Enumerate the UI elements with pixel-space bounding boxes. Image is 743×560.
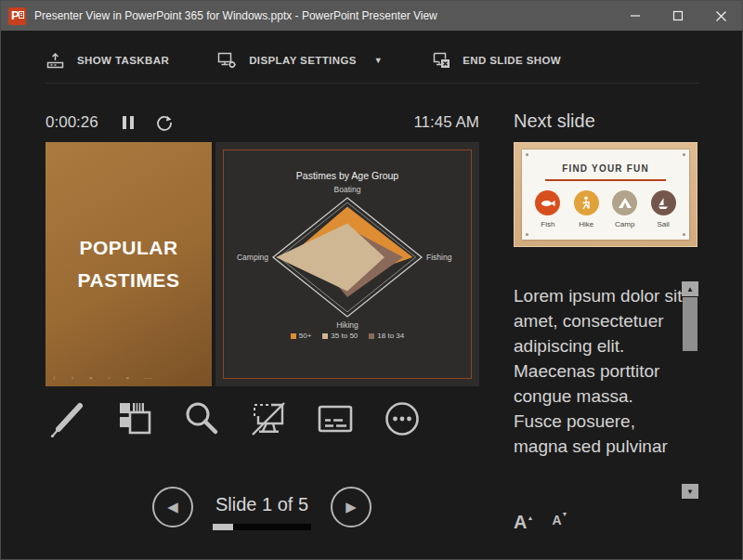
slide-title-line1: POPULAR	[78, 232, 180, 264]
current-time: 11:45 AM	[413, 113, 479, 132]
next-slide-button[interactable]: ▶	[331, 487, 372, 527]
more-options-icon	[382, 398, 423, 439]
pause-timer-button[interactable]	[123, 116, 134, 129]
scroll-down-button[interactable]: ▼	[682, 484, 698, 499]
notes-font-controls: A▲ A▼	[514, 512, 567, 533]
next-slide-heading: Next slide	[514, 111, 595, 132]
previous-slide-button[interactable]: ◀	[152, 487, 193, 527]
more-options-button[interactable]	[380, 395, 424, 443]
slide-title: POPULAR PASTIMES	[78, 232, 180, 295]
svg-text:Camping: Camping	[237, 253, 268, 262]
radar-chart: BoatingFishingHikingCamping	[215, 185, 479, 330]
close-icon	[715, 10, 727, 22]
show-taskbar-icon	[46, 51, 65, 70]
scrollbar-thumb[interactable]	[683, 297, 697, 351]
restart-icon	[156, 114, 173, 131]
chevron-down-icon: ▼	[374, 56, 383, 65]
tent-icon	[618, 197, 632, 209]
hiker-icon	[580, 196, 592, 210]
sail-circle	[651, 190, 676, 215]
current-slide-preview[interactable]: POPULAR PASTIMES ‹ › ▪ ◦ ▪ ⋯ Pastimes by…	[46, 142, 479, 386]
fun-item-label: Sail	[657, 220, 669, 228]
close-button[interactable]	[699, 1, 742, 31]
svg-text:Hiking: Hiking	[336, 320, 358, 330]
legend-item: 50+	[291, 332, 312, 340]
svg-text:Fishing: Fishing	[426, 253, 452, 262]
legend-swatch	[369, 333, 374, 339]
see-all-slides-button[interactable]	[112, 395, 157, 443]
previous-icon: ◀	[167, 499, 178, 515]
fun-item-label: Hike	[579, 220, 593, 228]
end-slide-show-icon	[431, 51, 450, 70]
restart-timer-button[interactable]	[156, 114, 173, 131]
progress-fill	[213, 524, 233, 530]
next-slide-card: FIND YOUR FUN Fish	[522, 150, 689, 240]
powerpoint-icon-slide-glyph	[19, 11, 24, 19]
window-controls	[614, 1, 742, 31]
zoom-icon	[181, 398, 222, 439]
slideshow-progress-bar	[213, 524, 311, 530]
elapsed-time: 0:00:26	[46, 113, 98, 132]
maximize-button[interactable]	[657, 1, 699, 31]
scroll-up-button[interactable]: ▲	[682, 281, 698, 296]
zoom-tool-button[interactable]	[179, 395, 224, 443]
black-screen-icon	[248, 398, 289, 439]
display-settings-icon	[217, 51, 237, 70]
legend-label: 50+	[299, 332, 312, 340]
toolbar-divider	[46, 83, 699, 84]
fun-item-label: Camp	[615, 220, 634, 228]
end-slide-show-button[interactable]: END SLIDE SHOW	[431, 51, 561, 70]
triangle-down-icon: ▼	[562, 511, 568, 517]
slide-chart-panel: Pastimes by Age Group BoatingFishingHiki…	[212, 142, 479, 386]
subtitles-icon	[315, 398, 356, 439]
pin-icon	[526, 233, 528, 236]
next-slide-items: Fish Hike	[522, 190, 689, 228]
decrease-text-size-button[interactable]: A▼	[552, 512, 567, 533]
legend-label: 35 to 50	[331, 332, 358, 340]
decrease-text-label: A	[552, 513, 561, 527]
fish-circle	[535, 190, 560, 215]
slide-title-line2: PASTIMES	[78, 265, 180, 296]
hike-circle	[574, 190, 599, 215]
notes-scrollbar[interactable]: ▲ ▼	[682, 281, 698, 502]
show-taskbar-label: SHOW TASKBAR	[77, 55, 169, 66]
chart-title: Pastimes by Age Group	[215, 170, 479, 181]
camp-circle	[612, 190, 637, 215]
title-rule	[545, 179, 666, 181]
slide-overlay-toolbar: ‹ › ▪ ◦ ▪ ⋯	[53, 373, 159, 383]
presenter-view-body: SHOW TASKBAR DISPLAY SETTINGS ▼	[1, 31, 742, 559]
show-taskbar-button[interactable]: SHOW TASKBAR	[46, 51, 169, 70]
slide-counter: Slide 1 of 5	[196, 494, 328, 515]
pen-tool-button[interactable]	[46, 395, 90, 443]
fun-item-label: Fish	[541, 220, 554, 228]
display-settings-button[interactable]: DISPLAY SETTINGS ▼	[217, 51, 383, 70]
black-screen-button[interactable]	[246, 395, 291, 443]
display-settings-label: DISPLAY SETTINGS	[249, 55, 357, 66]
subtitles-button[interactable]	[313, 395, 358, 443]
fish-icon	[541, 198, 555, 209]
minimize-button[interactable]	[614, 1, 657, 31]
next-slide-title: FIND YOUR FUN	[522, 163, 689, 174]
svg-text:Boating: Boating	[334, 185, 361, 194]
fun-item-hike: Hike	[574, 190, 599, 228]
presenter-tools	[46, 395, 424, 443]
legend-item: 35 to 50	[322, 332, 358, 340]
legend-swatch	[291, 333, 296, 339]
maximize-icon	[672, 10, 684, 21]
speaker-notes[interactable]: Lorem ipsum dolor sit amet, consectetuer…	[514, 283, 683, 459]
legend-item: 18 to 34	[369, 332, 404, 340]
increase-text-label: A	[514, 512, 527, 532]
titlebar: P Presenter View in PowerPoint 365 for W…	[1, 1, 742, 31]
end-slide-show-label: END SLIDE SHOW	[463, 55, 561, 66]
increase-text-size-button[interactable]: A▲	[514, 512, 533, 533]
legend-label: 18 to 34	[377, 332, 404, 340]
slide-title-panel: POPULAR PASTIMES ‹ › ▪ ◦ ▪ ⋯	[46, 142, 212, 386]
timer-row: 0:00:26 11:45 AM	[46, 109, 479, 137]
fun-item-camp: Camp	[612, 190, 637, 228]
pin-icon	[683, 153, 685, 156]
see-all-slides-icon	[114, 398, 155, 439]
pause-icon	[123, 116, 126, 129]
window-title: Presenter View in PowerPoint 365 for Win…	[34, 9, 437, 22]
next-slide-thumbnail[interactable]: FIND YOUR FUN Fish	[514, 142, 697, 247]
fun-item-sail: Sail	[651, 190, 676, 228]
